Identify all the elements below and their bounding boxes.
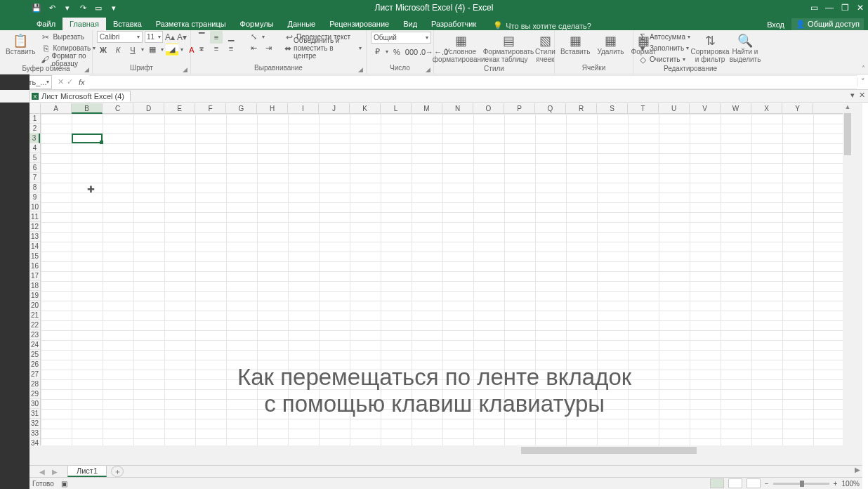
share-button[interactable]: 👤 Общий доступ	[791, 18, 864, 30]
col-header-G[interactable]: G	[226, 103, 257, 114]
qat-customize[interactable]: ▾	[109, 3, 119, 13]
sheet-nav-prev-icon[interactable]: ◀	[39, 468, 45, 476]
col-header-R[interactable]: R	[566, 103, 597, 114]
fill-color-button[interactable]: ◢	[166, 44, 178, 56]
indent-increase-icon[interactable]: ⇥	[262, 42, 275, 55]
maximize-icon[interactable]: ❐	[837, 0, 853, 15]
cell-styles-button[interactable]: ▧ Стили ячеек	[534, 32, 557, 65]
bold-button[interactable]: Ж	[97, 44, 110, 56]
align-left-icon[interactable]: ≡	[195, 42, 208, 55]
cells-area[interactable]: ✚ Как перемещаться по ленте вкладок с по…	[41, 114, 853, 455]
enter-formula-icon[interactable]: ✓	[67, 77, 73, 86]
col-header-M[interactable]: M	[412, 103, 442, 114]
expand-formula-bar-icon[interactable]: ˅	[857, 77, 868, 86]
col-header-E[interactable]: E	[164, 103, 195, 114]
selected-cell[interactable]	[72, 133, 103, 143]
save-icon[interactable]: 💾	[32, 3, 41, 13]
number-launcher-icon[interactable]: ◢	[424, 66, 431, 73]
row-header-9[interactable]: 9	[29, 193, 40, 202]
alignment-launcher-icon[interactable]: ◢	[357, 66, 364, 73]
ribbon-options-icon[interactable]: ▭	[806, 0, 822, 15]
col-header-W[interactable]: W	[721, 103, 751, 114]
cut-button[interactable]: ✂Вырезать	[41, 32, 96, 42]
col-header-J[interactable]: J	[319, 103, 350, 114]
row-header-24[interactable]: 24	[29, 340, 40, 350]
row-header-19[interactable]: 19	[29, 291, 40, 301]
signin-link[interactable]: Вход	[767, 20, 784, 29]
row-header-8[interactable]: 8	[29, 183, 40, 193]
align-center-icon[interactable]: ≡	[210, 42, 223, 55]
col-header-D[interactable]: D	[133, 103, 164, 114]
tab-developer[interactable]: Разработчик	[424, 18, 483, 30]
fill-button[interactable]: ▼Заполнить ▾	[638, 43, 690, 53]
tab-page-layout[interactable]: Разметка страницы	[149, 18, 233, 30]
row-header-7[interactable]: 7	[29, 173, 40, 183]
font-launcher-icon[interactable]: ◢	[181, 66, 188, 73]
col-header-V[interactable]: V	[690, 103, 721, 114]
select-all-corner[interactable]	[29, 103, 41, 114]
col-header-X[interactable]: X	[751, 103, 782, 114]
number-format-combo[interactable]: Общий▾	[371, 32, 431, 44]
col-header-K[interactable]: K	[350, 103, 381, 114]
redo-icon[interactable]: ↷	[78, 3, 88, 13]
tab-insert[interactable]: Вставка	[106, 18, 149, 30]
format-as-table-button[interactable]: ▤ Форматировать как таблицу	[487, 32, 530, 65]
horizontal-scrollbar[interactable]	[29, 445, 853, 455]
column-headers[interactable]: ABCDEFGHIJKLMNOPQRSTUVWXY	[41, 103, 853, 114]
col-header-I[interactable]: I	[288, 103, 319, 114]
col-header-P[interactable]: P	[504, 103, 535, 114]
col-header-F[interactable]: F	[195, 103, 226, 114]
zoom-value[interactable]: 100%	[841, 480, 860, 488]
font-name-combo[interactable]: Calibri▾	[97, 31, 143, 43]
vscroll-thumb[interactable]	[844, 113, 851, 155]
zoom-out-icon[interactable]: −	[765, 480, 769, 488]
row-header-36[interactable]: 36	[29, 458, 40, 465]
col-header-T[interactable]: T	[628, 103, 659, 114]
shrink-font-icon[interactable]: A▾	[177, 32, 187, 42]
macro-record-icon[interactable]: ▣	[61, 480, 67, 488]
row-header-28[interactable]: 28	[29, 379, 40, 389]
touch-mode-icon[interactable]: ▭	[93, 3, 103, 13]
row-header-33[interactable]: 33	[29, 429, 40, 438]
font-size-combo[interactable]: 11▾	[145, 31, 163, 43]
col-header-S[interactable]: S	[597, 103, 628, 114]
row-header-26[interactable]: 26	[29, 360, 40, 370]
borders-button[interactable]: ▦	[146, 44, 159, 56]
vertical-scrollbar[interactable]: ▲ ▼	[843, 103, 853, 455]
row-header-17[interactable]: 17	[29, 271, 40, 281]
row-header-2[interactable]: 2	[29, 124, 40, 133]
row-header-20[interactable]: 20	[29, 301, 40, 311]
col-header-A[interactable]: A	[41, 103, 72, 114]
italic-button[interactable]: К	[112, 44, 124, 56]
col-header-Q[interactable]: Q	[535, 103, 566, 114]
align-right-icon[interactable]: ≡	[225, 42, 237, 55]
sheet-nav-next-icon[interactable]: ▶	[52, 468, 58, 476]
row-header-23[interactable]: 23	[29, 330, 40, 340]
row-header-4[interactable]: 4	[29, 143, 40, 153]
view-page-break-icon[interactable]	[747, 478, 761, 488]
row-header-11[interactable]: 11	[29, 212, 40, 222]
tab-data[interactable]: Данные	[280, 18, 322, 30]
col-header-B[interactable]: B	[72, 103, 103, 114]
row-header-10[interactable]: 10	[29, 202, 40, 212]
col-header-L[interactable]: L	[381, 103, 412, 114]
conditional-format-button[interactable]: ▦ Условное форматирование	[438, 32, 483, 65]
tell-me-search[interactable]: 💡 Что вы хотите сделать?	[493, 21, 591, 30]
row-header-22[interactable]: 22	[29, 320, 40, 330]
comma-icon[interactable]: 000	[405, 46, 418, 58]
format-painter-button[interactable]: 🖌Формат по образцу	[41, 54, 96, 65]
zoom-slider[interactable]	[773, 483, 829, 485]
col-header-Y[interactable]: Y	[782, 103, 813, 114]
row-header-29[interactable]: 29	[29, 389, 40, 399]
row-header-30[interactable]: 30	[29, 399, 40, 409]
hscroll-thumb[interactable]	[521, 447, 697, 454]
sheet-scroll-right-icon[interactable]: ▶	[853, 466, 862, 478]
col-header-H[interactable]: H	[257, 103, 288, 114]
tab-view[interactable]: Вид	[396, 18, 424, 30]
row-headers[interactable]: 1234567891011121314151617181920212223242…	[29, 114, 41, 455]
col-header-N[interactable]: N	[442, 103, 473, 114]
merge-center-button[interactable]: ⬌Объединить и поместить в центре ▾	[284, 43, 362, 53]
row-header-21[interactable]: 21	[29, 311, 40, 320]
row-header-15[interactable]: 15	[29, 252, 40, 261]
col-header-C[interactable]: C	[103, 103, 133, 114]
